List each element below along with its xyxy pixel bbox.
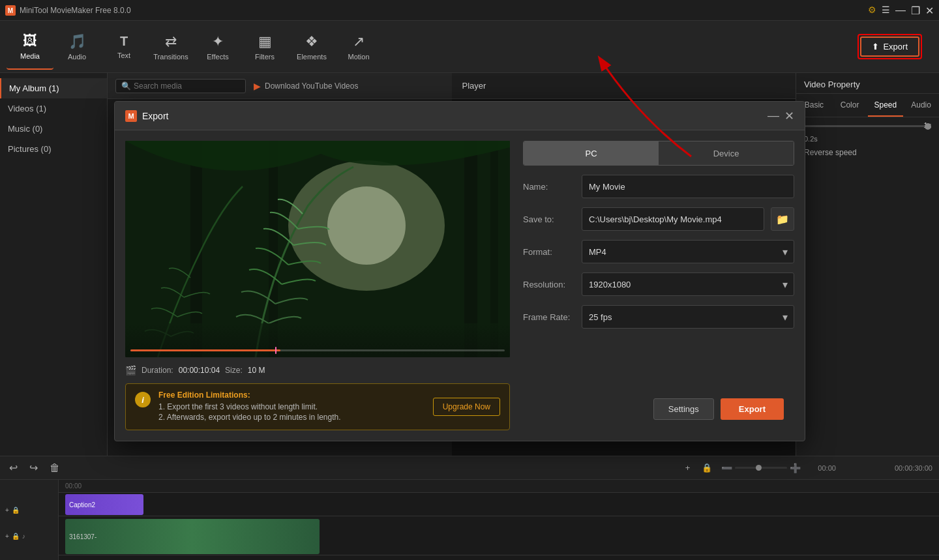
property-tabs: Basic Color Speed Audio [796, 94, 939, 117]
lock-video-icon: 🔒 [12, 533, 20, 540]
toolbar-audio[interactable]: 🎵 Audio [53, 24, 100, 70]
timeline: ↩ ↪ 🗑 + 🔒 ➖ ➕ 00:00 00:00:30:00 + 🔒 + 🔒 … [0, 456, 939, 560]
search-icon: 🔍 [121, 81, 131, 91]
toolbar-elements[interactable]: ❖ Elements [288, 24, 335, 70]
lock-caption-icon: 🔒 [12, 507, 20, 514]
duration-value: 00:00:10:04 [179, 366, 220, 375]
elements-label: Elements [297, 53, 327, 61]
add-caption-btn[interactable]: + [5, 507, 9, 514]
format-select[interactable]: MP4 MOV AVI MKV GIF [582, 240, 794, 263]
export-toolbar-button[interactable]: ⬆ Export [860, 37, 919, 57]
svg-rect-12 [275, 347, 276, 354]
export-toolbar-label: Export [883, 42, 908, 52]
video-track-row: 3161307- [59, 516, 939, 555]
tab-audio[interactable]: Audio [903, 94, 939, 117]
settings-pane: PC Device Name: Save to: 📁 [523, 141, 794, 430]
resolution-label: Resolution: [523, 280, 575, 289]
elements-icon: ❖ [305, 33, 318, 50]
device-tab[interactable]: Device [659, 141, 794, 165]
video-track-music-icon: ♪ [22, 533, 25, 540]
player-header: Player [452, 73, 796, 99]
add-track-btn[interactable]: + [683, 462, 693, 474]
duration-display: 0.2s [804, 135, 931, 143]
lock-track-btn[interactable]: 🔒 [699, 462, 715, 474]
settings-button[interactable]: Settings [653, 398, 714, 420]
speed-slider-thumb[interactable] [925, 123, 931, 130]
app-icon: M [5, 5, 16, 16]
filters-icon: ▦ [258, 33, 272, 50]
modal-body: 🎬 Duration: 00:00:10:04 Size: 10 M i Fre… [115, 130, 805, 441]
name-label: Name: [523, 182, 575, 192]
sidebar-item-videos[interactable]: Videos (1) [0, 98, 107, 119]
modal-title-icon: M [125, 110, 137, 122]
resolution-select[interactable]: 1920x1080 1280x720 854x480 3840x2160 [582, 273, 794, 296]
zoom-slider[interactable] [735, 467, 787, 469]
limitations-box: i Free Edition Limitations: 1. Export th… [125, 383, 510, 430]
ruler-start: 00:00 [65, 482, 82, 490]
restore-btn[interactable]: ❐ [911, 4, 920, 16]
tab-color[interactable]: Color [832, 94, 868, 117]
save-to-input[interactable] [582, 207, 764, 231]
right-panel-content: 1x 0.2s Reverse speed [796, 117, 939, 165]
settings-icon[interactable]: ⚙ [868, 4, 876, 16]
name-input[interactable] [582, 175, 794, 198]
delete-btn[interactable]: 🗑 [47, 461, 63, 475]
frame-rate-select[interactable]: 25 fps 30 fps 60 fps 24 fps [582, 305, 794, 329]
timeline-track-labels: + 🔒 + 🔒 ♪ [0, 480, 59, 560]
toolbar-filters[interactable]: ▦ Filters [241, 24, 288, 70]
toolbar-transitions[interactable]: ⇄ Transitions [147, 24, 194, 70]
video-clip[interactable]: 3161307- [65, 519, 320, 554]
reverse-speed-label: Reverse speed [804, 148, 931, 157]
search-input[interactable] [134, 81, 240, 91]
zoom-thumb [756, 465, 762, 471]
toolbar-effects[interactable]: ✦ Effects [194, 24, 241, 70]
name-form-row: Name: [523, 175, 794, 198]
caption-clip[interactable]: Caption2 [65, 494, 143, 515]
preview-pane: 🎬 Duration: 00:00:10:04 Size: 10 M i Fre… [125, 141, 510, 430]
toolbar-text[interactable]: T Text [100, 24, 147, 70]
modal-footer: Settings Export [523, 391, 794, 430]
modal-minimize-btn[interactable]: — [768, 109, 779, 123]
add-video-btn[interactable]: + [5, 533, 9, 540]
upgrade-now-btn[interactable]: Upgrade Now [433, 398, 500, 416]
close-btn[interactable]: ✕ [925, 4, 934, 16]
transitions-label: Transitions [153, 53, 188, 61]
zoom-in-icon[interactable]: ➕ [790, 463, 801, 473]
audio-icon: 🎵 [68, 33, 86, 50]
download-youtube-label[interactable]: Download YouTube Videos [265, 81, 358, 91]
sidebar-item-my-album[interactable]: My Album (1) [0, 78, 107, 98]
sidebar-item-pictures[interactable]: Pictures (0) [0, 139, 107, 159]
browse-folder-btn[interactable]: 📁 [771, 207, 794, 231]
zoom-controls: ➖ ➕ [721, 463, 801, 473]
effects-icon: ✦ [212, 33, 224, 50]
redo-btn[interactable]: ↪ [27, 460, 40, 475]
sidebar-item-music[interactable]: Music (0) [0, 119, 107, 139]
minimize-btn[interactable]: — [895, 4, 906, 16]
media-label: Media [20, 52, 40, 60]
frame-rate-label: Frame Rate: [523, 312, 575, 322]
video-track-label: + 🔒 ♪ [3, 524, 55, 548]
tab-speed[interactable]: Speed [868, 94, 904, 117]
title-bar: M MiniTool MovieMaker Free 8.0.0 ⚙ ☰ — ❐… [0, 0, 939, 21]
undo-btn[interactable]: ↩ [7, 460, 20, 475]
resolution-form-row: Resolution: 1920x1080 1280x720 854x480 3… [523, 273, 794, 296]
zoom-out-icon[interactable]: ➖ [721, 463, 732, 473]
menu-icon[interactable]: ☰ [882, 4, 890, 16]
sidebar: My Album (1) Videos (1) Music (0) Pictur… [0, 73, 108, 456]
player-label: Player [462, 81, 486, 91]
toolbar-media[interactable]: 🖼 Media [7, 24, 53, 70]
preview-video [125, 141, 510, 357]
svg-rect-11 [130, 349, 280, 351]
export-modal: M Export — ✕ [114, 101, 805, 441]
motion-icon: ↗ [353, 33, 365, 50]
modal-close-btn[interactable]: ✕ [784, 109, 794, 123]
size-value: 10 M [248, 366, 265, 375]
limitations-line1: 1. Export the first 3 videos without len… [158, 402, 425, 411]
download-youtube-wrap: ▶ Download YouTube Videos [254, 81, 358, 91]
toolbar-motion[interactable]: ↗ Motion [335, 24, 382, 70]
export-upload-icon: ⬆ [872, 42, 879, 52]
pc-tab[interactable]: PC [524, 141, 659, 165]
export-action-button[interactable]: Export [721, 398, 784, 420]
speed-slider-track: 1x [804, 125, 931, 127]
sidebar-item-pictures-label: Pictures (0) [8, 144, 51, 154]
